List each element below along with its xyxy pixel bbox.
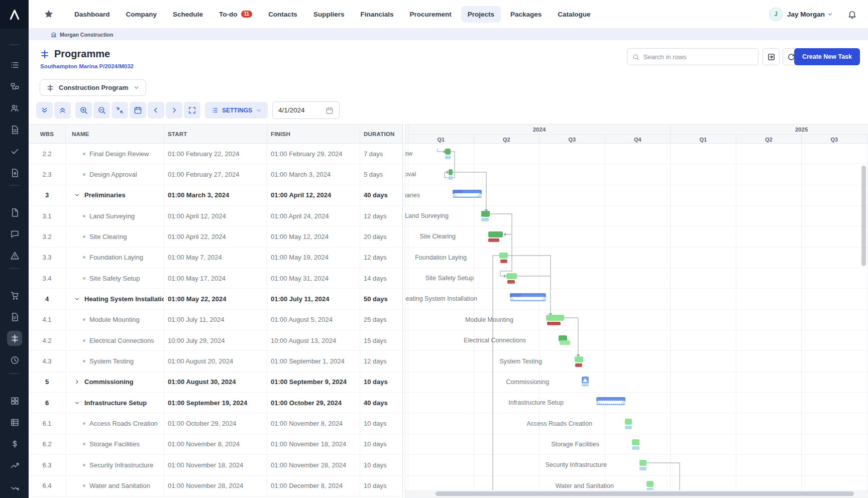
chevrons-down-button[interactable]: [36, 102, 53, 118]
column-header-wbs[interactable]: WBS: [29, 125, 66, 143]
cell-text: 3.3: [42, 254, 51, 261]
chevron-down-icon[interactable]: [74, 192, 80, 198]
sidebar-item-orgchart[interactable]: [7, 79, 22, 94]
column-header-name[interactable]: NAME: [66, 125, 164, 143]
gantt-bar-lgreen[interactable]: [499, 253, 508, 259]
gantt-bar-summary[interactable]: [453, 190, 482, 198]
sidebar-item-clock[interactable]: [7, 352, 22, 367]
gantt-bar-summary[interactable]: [510, 293, 546, 301]
nav-item-schedule[interactable]: Schedule: [166, 6, 209, 23]
favorite-star-icon[interactable]: [44, 9, 54, 19]
chevron-right-button[interactable]: [166, 102, 182, 118]
cell-text: 7 days: [364, 150, 383, 158]
gantt-bar-lgreen[interactable]: [625, 419, 632, 425]
sidebar-item-grid[interactable]: [7, 393, 22, 408]
gantt-bar-lgreen[interactable]: [575, 356, 583, 362]
compress-button[interactable]: [112, 102, 128, 118]
nav-item-label: Company: [126, 11, 157, 18]
gantt-bar-green[interactable]: [449, 169, 453, 175]
gantt-bar-red[interactable]: [507, 280, 515, 284]
gantt-bar-lgreen[interactable]: [639, 460, 646, 466]
column-header-duration[interactable]: DURATION: [360, 125, 402, 143]
export-button[interactable]: [763, 48, 780, 65]
sidebar-item-dollar[interactable]: [7, 436, 22, 451]
nav-item-dashboard[interactable]: Dashboard: [68, 6, 117, 23]
nav-item-contacts[interactable]: Contacts: [262, 6, 304, 23]
app-logo-icon[interactable]: [0, 0, 29, 29]
table-gantt-splitter[interactable]: [402, 124, 405, 498]
sidebar-item-cart[interactable]: [7, 288, 22, 303]
nav-item-packages[interactable]: Packages: [504, 6, 548, 23]
gantt-bar-red[interactable]: [547, 322, 561, 325]
nav-item-suppliers[interactable]: Suppliers: [307, 6, 351, 23]
create-new-task-button[interactable]: Create New Task: [794, 48, 860, 65]
sidebar-item-alert-triangle[interactable]: [7, 248, 22, 263]
sidebar-item-file[interactable]: [7, 205, 22, 220]
zoom-in-button[interactable]: [75, 102, 92, 118]
gantt-bar-lgreen[interactable]: [546, 315, 564, 321]
sidebar-item-file-text[interactable]: [7, 122, 22, 137]
settings-button[interactable]: SETTINGS: [205, 102, 268, 118]
column-header-finish[interactable]: FINISH: [267, 125, 360, 143]
nav-item-company[interactable]: Company: [120, 6, 164, 23]
chevron-left-button[interactable]: [148, 102, 164, 118]
gantt-bar-green[interactable]: [481, 211, 490, 217]
date-picker[interactable]: 4/1/2024: [272, 101, 340, 119]
chevron-down-icon[interactable]: [74, 400, 80, 406]
sidebar-item-chat[interactable]: [7, 226, 22, 241]
connector-line: [438, 149, 444, 152]
chevron-down-icon[interactable]: [74, 296, 80, 302]
nav-item-projects[interactable]: Projects: [461, 6, 501, 23]
sidebar-item-gantt[interactable]: [7, 331, 22, 346]
expand-button[interactable]: [184, 102, 200, 118]
gantt-bar-green[interactable]: [445, 149, 451, 155]
gantt-bar-lgreen[interactable]: [506, 273, 517, 279]
sidebar-item-file-invoice[interactable]: [7, 309, 22, 324]
nav-item-label: Packages: [510, 11, 541, 18]
gantt-bar-lgreen2[interactable]: [560, 340, 570, 345]
sidebar-item-chevrons-zigzag[interactable]: [7, 479, 22, 494]
sidebar-item-trending-up[interactable]: [7, 458, 22, 473]
gantt-bar-red[interactable]: [575, 363, 582, 367]
view-selector-dropdown[interactable]: Construction Programme: [40, 79, 146, 96]
zoom-out-button[interactable]: [93, 102, 110, 118]
gantt-bar-green[interactable]: [488, 231, 503, 237]
cell-text: 01:00 November 18, 2024: [168, 461, 243, 469]
cell-text: 01:00 November 18, 2024: [271, 440, 346, 448]
sidebar-item-file-upload[interactable]: [7, 165, 22, 180]
gantt-bar-lgreen[interactable]: [632, 439, 639, 445]
gantt-bar-base[interactable]: [481, 218, 489, 221]
gantt-bar-base[interactable]: [625, 426, 632, 429]
sidebar-item-list[interactable]: [7, 57, 22, 72]
gantt-bar-base[interactable]: [632, 446, 639, 450]
gantt-bar-base[interactable]: [639, 467, 646, 470]
gantt-bar-red[interactable]: [500, 260, 507, 263]
gantt-bar-lgreen[interactable]: [646, 481, 654, 487]
sidebar-item-users[interactable]: [7, 100, 22, 115]
breadcrumb[interactable]: Morgan Construction: [29, 29, 868, 40]
gantt-bar-red[interactable]: [488, 238, 499, 242]
search-input[interactable]: [643, 53, 753, 61]
horizontal-scrollbar-thumb[interactable]: [436, 491, 854, 496]
horizontal-scrollbar[interactable]: [405, 490, 868, 498]
nav-item-to-do[interactable]: To-do11: [212, 6, 259, 23]
chevron-right-icon[interactable]: [74, 379, 80, 385]
gantt-bar-marker[interactable]: [582, 377, 589, 386]
user-menu[interactable]: J Jay Morgan: [769, 8, 833, 21]
project-link[interactable]: Southampton Marina P/2024/M032: [40, 63, 134, 69]
nav-item-financials[interactable]: Financials: [354, 6, 400, 23]
notifications-bell-icon[interactable]: [847, 10, 857, 19]
sidebar-item-table[interactable]: [7, 415, 22, 430]
calendar-button[interactable]: [130, 102, 146, 118]
gantt-bar-base[interactable]: [449, 176, 453, 180]
bullet-icon: [83, 173, 85, 176]
vertical-scrollbar-thumb[interactable]: [861, 166, 866, 266]
nav-item-procurement[interactable]: Procurement: [403, 6, 458, 23]
sidebar-item-check[interactable]: [7, 144, 22, 159]
column-header-start[interactable]: START: [164, 125, 267, 143]
avatar[interactable]: J: [769, 8, 783, 21]
gantt-bar-base[interactable]: [445, 156, 451, 159]
chevrons-up-button[interactable]: [54, 102, 71, 118]
gantt-bar-summary[interactable]: [596, 397, 625, 405]
nav-item-catalogue[interactable]: Catalogue: [551, 6, 597, 23]
